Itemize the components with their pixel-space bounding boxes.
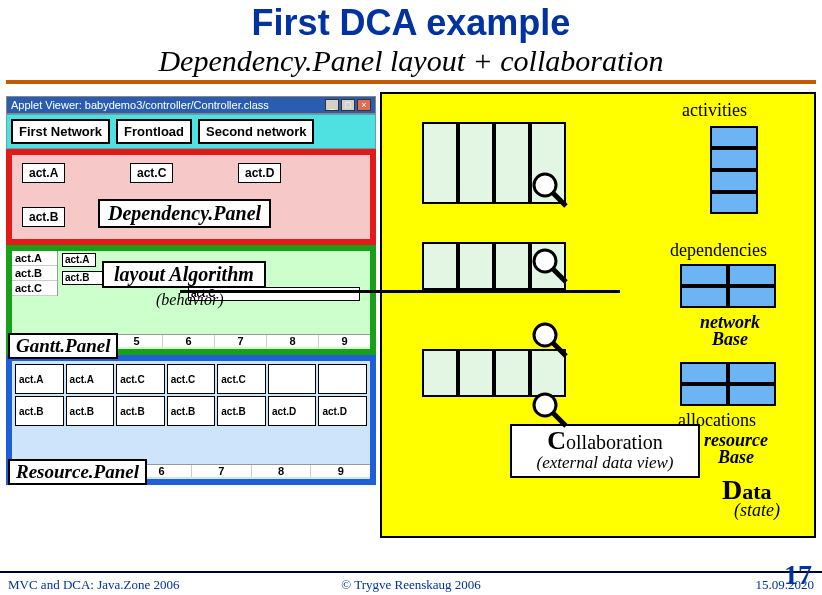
frontload-button[interactable]: Frontload — [116, 119, 192, 144]
svg-point-4 — [534, 324, 556, 346]
resource-cell[interactable]: act.A — [15, 364, 64, 394]
footer-right: 15.09.2020 — [545, 577, 814, 593]
window-titlebar: Applet Viewer: babydemo3/controller/Cont… — [6, 96, 376, 114]
first-network-button[interactable]: First Network — [11, 119, 110, 144]
gantt-panel-label: Gantt.Panel — [8, 333, 118, 359]
maximize-button[interactable]: □ — [341, 99, 355, 111]
activity-box[interactable]: act.D — [238, 163, 281, 183]
magnifier-icon — [530, 246, 570, 286]
resource-cell[interactable]: act.D — [318, 396, 367, 426]
axis-tick: 8 — [266, 335, 318, 347]
gantt-side-item: act.A — [12, 251, 57, 266]
slide-title: First DCA example — [0, 2, 822, 44]
svg-line-5 — [553, 343, 566, 356]
page-number: 17 — [784, 559, 812, 591]
gantt-side-item: act.B — [12, 266, 57, 281]
label-activities: activities — [682, 100, 747, 121]
axis-tick: 7 — [214, 335, 266, 347]
activity-box[interactable]: act.A — [22, 163, 65, 183]
behavior-label: (behavior) — [156, 291, 224, 309]
grid-allocations — [680, 362, 776, 406]
collab-sub: (external data view) — [512, 454, 698, 471]
slide-subtitle: Dependency.Panel layout + collaboration — [6, 44, 816, 84]
svg-line-7 — [553, 413, 566, 426]
resource-cell[interactable]: act.C — [116, 364, 165, 394]
close-button[interactable]: × — [357, 99, 371, 111]
svg-point-0 — [534, 174, 556, 196]
magnifier-icon — [530, 390, 570, 430]
footer: MVC and DCA: Java.Zone 2006 © Trygve Ree… — [0, 571, 822, 595]
grid-activities — [710, 126, 758, 214]
gantt-sidebar: act.A act.B act.C — [12, 251, 58, 296]
collab-main: ollaboration — [566, 431, 663, 453]
resource-cell[interactable]: act.B — [66, 396, 115, 426]
dependency-panel: act.A act.C act.D act.B Dependency.Panel — [6, 149, 376, 245]
resource-cell[interactable] — [318, 364, 367, 394]
second-network-button[interactable]: Second network — [198, 119, 314, 144]
axis-tick: 6 — [162, 335, 214, 347]
activity-box[interactable]: act.B — [22, 207, 65, 227]
window-title: Applet Viewer: babydemo3/controller/Cont… — [11, 99, 269, 111]
demo-window: Applet Viewer: babydemo3/controller/Cont… — [6, 96, 376, 536]
resource-cell[interactable]: act.B — [167, 396, 216, 426]
axis-tick: 8 — [251, 465, 311, 477]
grid-dependencies — [680, 264, 776, 308]
gantt-bar[interactable]: act.A — [62, 253, 96, 267]
resource-cell[interactable]: act.C — [217, 364, 266, 394]
resource-panel: act.A act.A act.C act.C act.C act.B act.… — [6, 355, 376, 485]
svg-line-3 — [553, 269, 566, 282]
collaboration-box: Collaboration (external data view) — [510, 424, 700, 478]
data-area: activities dependencies networkBase allo… — [380, 92, 816, 538]
magnifier-icon — [530, 170, 570, 210]
dependency-panel-label: Dependency.Panel — [98, 199, 271, 228]
footer-left: MVC and DCA: Java.Zone 2006 — [8, 577, 277, 593]
resource-cell[interactable]: act.B — [116, 396, 165, 426]
label-network-base: networkBase — [700, 314, 760, 348]
axis-tick: 9 — [310, 465, 370, 477]
svg-line-1 — [553, 193, 566, 206]
gantt-side-item: act.C — [12, 281, 57, 296]
toolbar: First Network Frontload Second network — [6, 114, 376, 149]
activity-box[interactable]: act.C — [130, 163, 173, 183]
label-dependencies: dependencies — [670, 240, 767, 261]
resource-cell[interactable] — [268, 364, 317, 394]
axis-tick: 7 — [191, 465, 251, 477]
layout-algorithm-label: layout Algorithm — [102, 261, 266, 288]
resource-cell[interactable]: act.B — [15, 396, 64, 426]
minimize-button[interactable]: _ — [325, 99, 339, 111]
resource-cell[interactable]: act.D — [268, 396, 317, 426]
svg-point-6 — [534, 394, 556, 416]
svg-point-2 — [534, 250, 556, 272]
resource-cell[interactable]: act.A — [66, 364, 115, 394]
magnifier-icon — [530, 320, 570, 360]
connector-line — [180, 290, 620, 293]
footer-center: © Trygve Reenskaug 2006 — [277, 577, 546, 593]
label-state: (state) — [734, 500, 780, 521]
label-resource-base: resourceBase — [704, 432, 768, 466]
axis-tick: 9 — [318, 335, 370, 347]
gantt-panel: act.A act.B act.C act.A act.B act.C layo… — [6, 245, 376, 355]
resource-cell[interactable]: act.B — [217, 396, 266, 426]
resource-cell[interactable]: act.C — [167, 364, 216, 394]
resource-panel-label: Resource.Panel — [8, 459, 147, 485]
